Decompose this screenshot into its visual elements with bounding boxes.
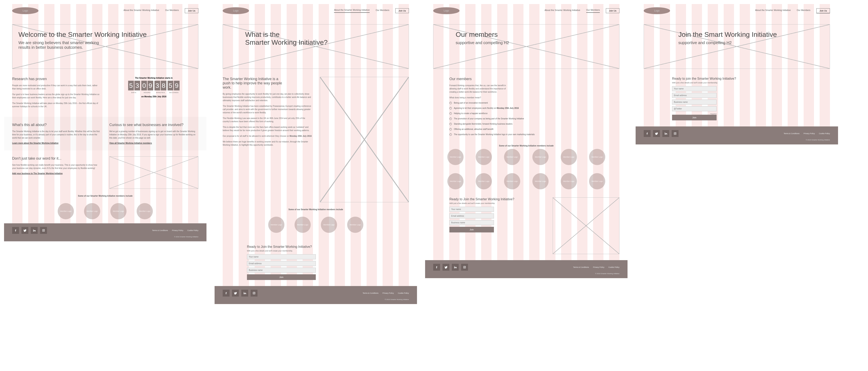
member-logo: Member Logo [268, 217, 284, 233]
linkedin-icon[interactable] [31, 227, 38, 234]
members-include-title: Some of our Smarter Working Initiative m… [425, 145, 627, 147]
hero-sub: We are strong believers that smarter wor… [19, 40, 192, 50]
terms-link[interactable]: Terms & Conditions [573, 266, 589, 268]
body-text: The Flexible Working Law was passed in t… [223, 117, 312, 123]
cookie-link[interactable]: Cookie Policy [608, 266, 619, 268]
body-text: We believe there are huge benefits in wo… [223, 140, 312, 147]
svg-point-1 [43, 230, 44, 231]
check-icon [450, 112, 452, 115]
business-field[interactable] [672, 100, 717, 105]
body-text: People are more motivated and productive… [12, 84, 101, 91]
footer-links: Terms & Conditions Privacy Policy Cookie… [152, 229, 198, 231]
copyright: © 2016 Smarter Working Initiative [433, 273, 619, 274]
nav-join[interactable]: Join Us [395, 8, 409, 13]
svg-point-10 [675, 133, 676, 134]
facebook-icon[interactable] [223, 290, 229, 297]
cookie-link[interactable]: Cookie Policy [187, 229, 198, 231]
business-field[interactable] [247, 268, 316, 273]
svg-point-2 [44, 230, 44, 230]
cookie-link[interactable]: Cookie Policy [819, 133, 830, 135]
about-heading: What's this all about? [12, 123, 101, 127]
facebook-icon[interactable] [644, 130, 651, 137]
privacy-link[interactable]: Privacy Policy [803, 133, 815, 135]
hero-title: Our members [439, 31, 613, 38]
email-field[interactable] [450, 213, 494, 218]
nav-join[interactable]: Join Us [185, 8, 198, 13]
logo[interactable]: Logo [644, 7, 670, 14]
facebook-icon[interactable] [12, 227, 19, 234]
privacy-link[interactable]: Privacy Policy [382, 292, 394, 294]
hero: Join the Smart Working Initiative suppor… [644, 24, 830, 69]
business-field[interactable] [450, 220, 494, 225]
countdown-label: The Smarter Working Initiative starts in [109, 77, 198, 79]
join-sub: With just a few details and we'll create… [247, 250, 409, 252]
nav-members[interactable]: Our Members [797, 9, 810, 12]
nav-about[interactable]: About the Smarter Working Initiative [755, 9, 791, 12]
member-logo: Member Logo [504, 173, 520, 189]
nav-about[interactable]: About the Smarter Working Initiative [123, 9, 159, 12]
member-logo: Member Logo [476, 149, 492, 165]
instagram-icon[interactable] [461, 264, 468, 271]
terms-link[interactable]: Terms & Conditions [783, 133, 799, 135]
twitter-icon[interactable] [22, 227, 28, 234]
nav-members[interactable]: Our Members [376, 9, 389, 12]
twitter-field[interactable] [672, 106, 717, 111]
join-button[interactable]: Join [450, 227, 494, 232]
nav-members[interactable]: Our Members [586, 9, 600, 13]
frame-about: Logo About the Smarter Working Initiativ… [215, 4, 417, 304]
nav-members[interactable]: Our Members [165, 9, 179, 12]
nav-about[interactable]: About the Smarter Working Initiative [545, 9, 580, 12]
instagram-icon[interactable] [251, 290, 257, 297]
facebook-icon[interactable] [433, 264, 440, 271]
terms-link[interactable]: Terms & Conditions [363, 292, 378, 294]
member-logo: Member Logo [294, 217, 311, 233]
countdown: 53 09 38 59 [109, 81, 198, 91]
nav-join[interactable]: Join Us [606, 8, 619, 13]
twitter-icon[interactable] [653, 130, 660, 137]
body-text: The Smarter Working Initiative has been … [223, 105, 312, 114]
privacy-link[interactable]: Privacy Policy [172, 229, 183, 231]
body-text: We've got a growing number of businesses… [109, 130, 198, 140]
name-field[interactable] [247, 254, 316, 259]
name-field[interactable] [450, 207, 494, 212]
learn-more-link[interactable]: Learn more about the Smarter Working Ini… [12, 142, 101, 144]
body-text: Our proposal is for all staff to be allo… [223, 135, 312, 138]
join-sub: With just a few details and we'll create… [672, 82, 830, 84]
members-strip: Member Logo Member Logo Member Logo Memb… [4, 199, 207, 223]
instagram-icon[interactable] [40, 227, 47, 234]
nav-join[interactable]: Join Us [816, 8, 830, 13]
twitter-icon[interactable] [442, 264, 450, 271]
member-grid: Member Logo Member Logo Member Logo Memb… [425, 149, 627, 189]
hero-title: Welcome to the Smarter Working Initiativ… [19, 31, 192, 38]
svg-point-11 [676, 133, 676, 133]
email-field[interactable] [247, 261, 316, 266]
member-logo: Member Logo [58, 203, 74, 219]
join-button[interactable]: Join [672, 115, 717, 121]
footer: Terms & Conditions Privacy Policy Cookie… [4, 223, 207, 241]
cookie-link[interactable]: Cookie Policy [398, 292, 409, 294]
hero: Our members supportive and compelling H2 [433, 24, 619, 69]
add-business-link[interactable]: Add your business to The Smarter Working… [12, 172, 101, 175]
email-field[interactable] [672, 93, 717, 98]
member-logo: Member Logo [561, 173, 577, 189]
view-members-link[interactable]: View all Smarter Working Initiative memb… [109, 142, 198, 144]
logo[interactable]: Logo [433, 7, 460, 14]
body-text: The Smarter Working Initiative is the da… [12, 130, 101, 140]
hero-sub: supportive and compelling H2 [439, 40, 613, 45]
body-text: The Smarter Working Initiative will take… [12, 102, 101, 108]
privacy-link[interactable]: Privacy Policy [593, 266, 604, 268]
instagram-icon[interactable] [672, 130, 679, 137]
hero-title: What is theSmarter Working Initiative? [229, 31, 403, 46]
nav-about[interactable]: About the Smarter Working Initiative [334, 9, 370, 13]
copyright: © 2016 Smarter Working Initiative [644, 139, 830, 141]
terms-link[interactable]: Terms & Conditions [152, 229, 168, 231]
logo[interactable]: Logo [223, 7, 249, 14]
linkedin-icon[interactable] [662, 130, 669, 137]
twitter-icon[interactable] [232, 290, 239, 297]
linkedin-icon[interactable] [241, 290, 248, 297]
logo[interactable]: Logo [12, 7, 38, 14]
join-button[interactable]: Join [247, 274, 316, 280]
linkedin-icon[interactable] [452, 264, 459, 271]
copyright: © 2016 Smarter Working Initiative [12, 236, 198, 238]
name-field[interactable] [672, 86, 717, 91]
